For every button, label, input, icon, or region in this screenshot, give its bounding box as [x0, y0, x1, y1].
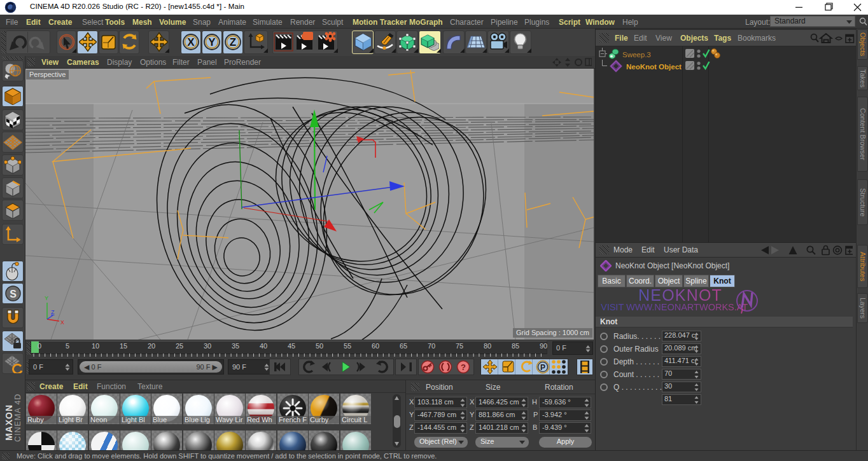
svg-text:Sweep.3: Sweep.3	[622, 51, 651, 58]
svg-text:NeoKnot Object: NeoKnot Object	[626, 63, 682, 71]
svg-text:Z: Z	[230, 36, 236, 48]
svg-text:80: 80	[484, 342, 491, 350]
svg-text:Y: Y	[45, 295, 48, 301]
svg-text:50: 50	[316, 342, 323, 350]
svg-text:75: 75	[456, 342, 463, 350]
svg-text:90: 90	[540, 342, 547, 350]
svg-text:X: X	[187, 36, 195, 48]
svg-text:60: 60	[372, 342, 379, 350]
svg-text:0: 0	[38, 342, 41, 350]
svg-text:S: S	[10, 289, 17, 299]
svg-text:65: 65	[400, 342, 407, 350]
svg-text:P: P	[540, 363, 545, 372]
svg-text:35: 35	[232, 342, 239, 350]
svg-text:10: 10	[92, 342, 99, 350]
svg-text:5: 5	[66, 342, 69, 350]
svg-text:30: 30	[204, 342, 211, 350]
svg-text:Z: Z	[51, 309, 55, 315]
svg-text:70: 70	[428, 342, 435, 350]
svg-text:X: X	[60, 319, 64, 326]
svg-text:45: 45	[288, 342, 295, 350]
svg-text:40: 40	[260, 342, 267, 350]
svg-text:15: 15	[120, 342, 127, 350]
svg-text:85: 85	[512, 342, 519, 350]
svg-text:Y: Y	[208, 36, 216, 48]
svg-text:55: 55	[344, 342, 351, 350]
svg-text:25: 25	[176, 342, 183, 350]
svg-text:20: 20	[148, 342, 155, 350]
svg-text:?: ?	[461, 362, 466, 372]
